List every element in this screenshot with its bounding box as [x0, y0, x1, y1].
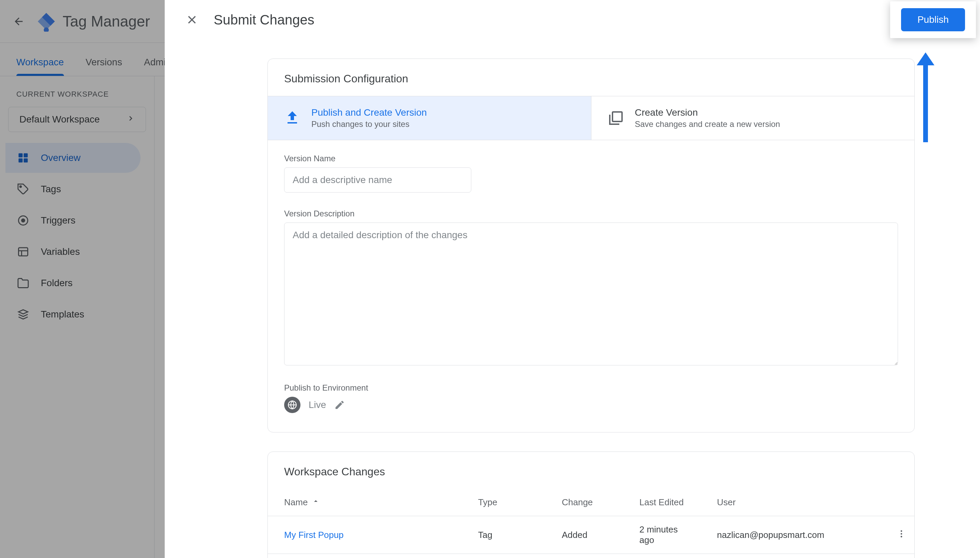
- publish-environment-label: Publish to Environment: [284, 383, 898, 393]
- publish-icon: [284, 110, 300, 126]
- version-description-label: Version Description: [284, 209, 898, 218]
- svg-point-17: [901, 533, 903, 535]
- option-subtitle: Save changes and create a new version: [635, 120, 780, 129]
- edit-icon[interactable]: [334, 399, 345, 410]
- publish-button[interactable]: Publish: [901, 8, 965, 31]
- col-change-header[interactable]: Change: [545, 497, 623, 508]
- version-name-label: Version Name: [284, 154, 898, 163]
- submit-changes-modal: Submit Changes Submission Configuration …: [165, 0, 980, 558]
- sort-arrow-icon: [312, 497, 320, 508]
- row-change: Added: [545, 530, 623, 540]
- publish-create-version-option[interactable]: Publish and Create Version Push changes …: [268, 96, 591, 140]
- col-type-header[interactable]: Type: [462, 497, 545, 508]
- row-type: Tag: [462, 530, 545, 540]
- option-title: Create Version: [635, 107, 780, 118]
- version-icon: [608, 110, 624, 126]
- option-subtitle: Push changes to your sites: [311, 120, 427, 129]
- table-row[interactable]: My First Popup Tag Added 2 minutes ago n…: [268, 516, 914, 554]
- environment-name: Live: [309, 399, 326, 410]
- col-edited-header[interactable]: Last Edited: [623, 497, 701, 508]
- col-name-header[interactable]: Name: [268, 497, 462, 508]
- table-header: Name Type Change Last Edited User: [268, 489, 914, 516]
- workspace-changes-title: Workspace Changes: [268, 452, 914, 489]
- create-version-option[interactable]: Create Version Save changes and create a…: [591, 96, 915, 140]
- globe-icon: [284, 397, 300, 413]
- publish-button-container: Publish: [890, 2, 976, 38]
- version-name-input[interactable]: [284, 167, 471, 192]
- modal-title: Submit Changes: [214, 12, 314, 28]
- more-icon[interactable]: [896, 529, 906, 541]
- svg-point-18: [901, 535, 903, 537]
- svg-point-16: [901, 530, 903, 532]
- row-user: nazlican@popupsmart.com: [701, 530, 880, 540]
- svg-rect-13: [612, 112, 622, 121]
- table-row[interactable]: Page View Trigger Added 2 minutes ago na…: [268, 554, 914, 558]
- col-user-header[interactable]: User: [701, 497, 887, 508]
- annotation-arrow: [913, 50, 938, 147]
- close-icon[interactable]: [184, 11, 200, 28]
- version-description-input[interactable]: [284, 223, 898, 366]
- option-title: Publish and Create Version: [311, 107, 427, 118]
- row-name[interactable]: My First Popup: [268, 530, 462, 540]
- workspace-changes-card: Workspace Changes Name Type Change Last …: [268, 451, 915, 558]
- submission-config-title: Submission Configuration: [268, 59, 914, 96]
- row-edited: 2 minutes ago: [623, 524, 701, 545]
- submission-config-card: Submission Configuration Publish and Cre…: [268, 59, 915, 432]
